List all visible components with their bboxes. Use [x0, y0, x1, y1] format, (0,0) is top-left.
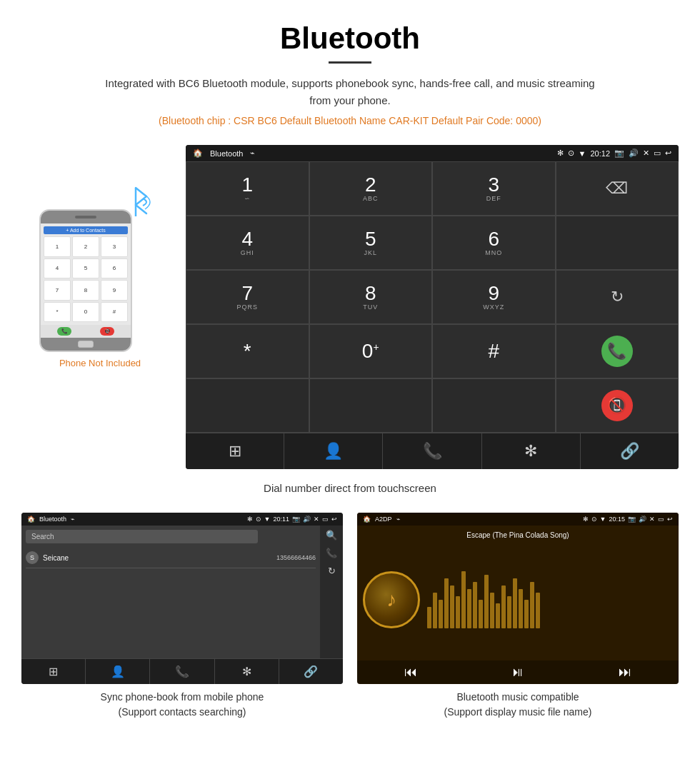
music-cam-icon: 📷	[628, 516, 636, 523]
dialpad-app-name: Bluetooth	[210, 149, 243, 158]
phone-key-2[interactable]: 2	[72, 236, 99, 257]
eq-bar	[490, 593, 494, 628]
music-back-icon: ↩	[667, 516, 673, 523]
phone-key-8[interactable]: 8	[72, 280, 99, 301]
contact-number: 13566664466	[276, 554, 316, 561]
next-track-button[interactable]: ⏭	[619, 665, 631, 680]
search-side-icon[interactable]: 🔍	[326, 530, 337, 541]
phone-key-9[interactable]: 9	[101, 280, 128, 301]
phonebook-search-bar[interactable]: Search	[26, 530, 258, 543]
dial-key-end[interactable]: 📵	[556, 378, 679, 433]
pb-cam-icon: 📷	[292, 516, 300, 523]
pb-scr-icon: ▭	[322, 516, 329, 523]
eq-bar	[513, 578, 517, 628]
dial-key-0[interactable]: 0+	[309, 324, 433, 378]
phone-keypad: 1 2 3 4 5 6 7 8 9 * 0 #	[44, 236, 128, 322]
dial-key-3[interactable]: 3 DEF	[432, 161, 556, 216]
phone-side-icon[interactable]: 📞	[326, 548, 337, 558]
phone-key-1[interactable]: 1	[44, 236, 71, 257]
phonebook-content: Search S Seicane 13566664466	[21, 526, 320, 658]
phone-call-button[interactable]: 📞	[57, 327, 71, 336]
dialpad-phone-icon[interactable]: 📞	[383, 433, 481, 469]
dial-key-reload[interactable]: ↻	[556, 270, 679, 324]
main-content: + Add to Contacts 1 2 3 4 5 6 7 8 9 *	[0, 145, 700, 720]
dial-key-2[interactable]: 2 ABC	[309, 161, 433, 216]
eq-bar	[461, 571, 466, 628]
phone-top-bar	[41, 211, 131, 223]
phone-key-5[interactable]: 5	[72, 258, 99, 279]
pb-link-icon[interactable]: 🔗	[279, 659, 343, 684]
status-left: 🏠 Bluetooth ⌁	[193, 149, 255, 158]
home-icon: 🏠	[193, 149, 203, 158]
page-title: Bluetooth	[14, 21, 686, 56]
phone-screen-header: + Add to Contacts	[44, 226, 128, 234]
dial-key-5[interactable]: 5 JKL	[309, 216, 433, 270]
dial-key-7[interactable]: 7 PQRS	[186, 270, 309, 324]
screen-icon: ▭	[654, 149, 661, 158]
music-x-icon: ✕	[649, 516, 655, 523]
dial-key-6[interactable]: 6 MNO	[432, 216, 556, 270]
phone-bottom-buttons: 📞 📵	[41, 325, 131, 338]
pb-grid-icon[interactable]: ⊞	[21, 659, 86, 684]
contact-letter-avatar: S	[26, 551, 39, 564]
reload-side-icon[interactable]: ↻	[328, 566, 336, 576]
phone-key-7[interactable]: 7	[44, 280, 71, 301]
close-icon: ✕	[643, 149, 649, 158]
dial-key-backspace[interactable]: ⌫	[556, 161, 679, 216]
music-main: ♪	[363, 545, 673, 655]
phone-key-6[interactable]: 6	[101, 258, 128, 279]
eq-bar	[524, 600, 529, 628]
dialpad-grid: 1 ∽ 2 ABC 3 DEF ⌫ 4 GHI 5	[186, 161, 679, 433]
phone-bottom-bar	[41, 338, 131, 351]
dial-key-4[interactable]: 4 GHI	[186, 216, 309, 270]
music-home-icon: 🏠	[363, 516, 371, 523]
dial-key-8[interactable]: 8 TUV	[309, 270, 433, 324]
pb-bt-icon: ✻	[247, 516, 253, 523]
pb-person-icon[interactable]: 👤	[86, 659, 150, 684]
location-icon: ⊙	[568, 149, 574, 158]
dialpad-bt-icon[interactable]: ✻	[482, 433, 581, 469]
phonebook-screen: 🏠 Bluetooth ⌁ ✻ ⊙ ▼ 20:11 📷 🔊 ✕	[21, 513, 343, 684]
phone-key-0[interactable]: 0	[72, 302, 99, 323]
dial-key-call[interactable]: 📞	[556, 324, 679, 378]
dialpad-bottom-bar: ⊞ 👤 📞 ✻ 🔗	[186, 433, 679, 469]
music-scr-icon: ▭	[658, 516, 664, 523]
pb-usb-icon: ⌁	[71, 516, 74, 523]
music-screen: 🏠 A2DP ⌁ ✻ ⊙ ▼ 20:15 📷 🔊 ✕ ▭ ↩	[357, 513, 679, 684]
phone-key-star[interactable]: *	[44, 302, 71, 323]
phone-key-hash[interactable]: #	[101, 302, 128, 323]
phone-end-button[interactable]: 📵	[100, 327, 114, 336]
eq-bar	[501, 585, 506, 628]
dial-key-star[interactable]: *	[186, 324, 309, 378]
music-loc-icon: ⊙	[591, 516, 597, 523]
contact-row: S Seicane 13566664466	[26, 548, 316, 568]
eq-bar	[433, 593, 437, 628]
camera-icon: 📷	[614, 149, 624, 158]
search-placeholder: Search	[31, 533, 54, 541]
dialpad-link-icon[interactable]: 🔗	[581, 433, 679, 469]
eq-bar	[427, 607, 431, 628]
dial-key-9[interactable]: 9 WXYZ	[432, 270, 556, 324]
phonebook-screen-wrapper: 🏠 Bluetooth ⌁ ✻ ⊙ ▼ 20:11 📷 🔊 ✕	[21, 513, 343, 684]
phone-not-included-label: Phone Not Included	[59, 358, 141, 368]
dial-empty-5-3	[432, 378, 556, 433]
prev-track-button[interactable]: ⏮	[404, 665, 417, 680]
dial-key-hash[interactable]: #	[432, 324, 556, 378]
phone-home-button[interactable]	[78, 341, 94, 348]
dial-key-1[interactable]: 1 ∽	[186, 161, 309, 216]
eq-bar	[479, 600, 483, 628]
pb-time: 20:11	[273, 516, 289, 523]
music-usb-icon: ⌁	[396, 516, 400, 523]
eq-bar	[456, 596, 460, 628]
page-description: Integrated with BC6 Bluetooth module, su…	[100, 75, 600, 109]
dialpad-status-bar: 🏠 Bluetooth ⌁ ✻ ⊙ ▼ 20:12 📷 🔊 ✕ ▭ ↩	[186, 145, 679, 161]
pb-loc-icon: ⊙	[256, 516, 261, 523]
phone-key-3[interactable]: 3	[101, 236, 128, 257]
phone-key-4[interactable]: 4	[44, 258, 71, 279]
dialpad-contacts-icon[interactable]: 👤	[284, 433, 383, 469]
music-album-art: ♪	[363, 571, 420, 628]
play-pause-button[interactable]: ⏯	[511, 665, 524, 680]
pb-bt-toolbar-icon[interactable]: ✻	[215, 659, 279, 684]
pb-phone-icon[interactable]: 📞	[150, 659, 214, 684]
dialpad-grid-icon[interactable]: ⊞	[186, 433, 284, 469]
